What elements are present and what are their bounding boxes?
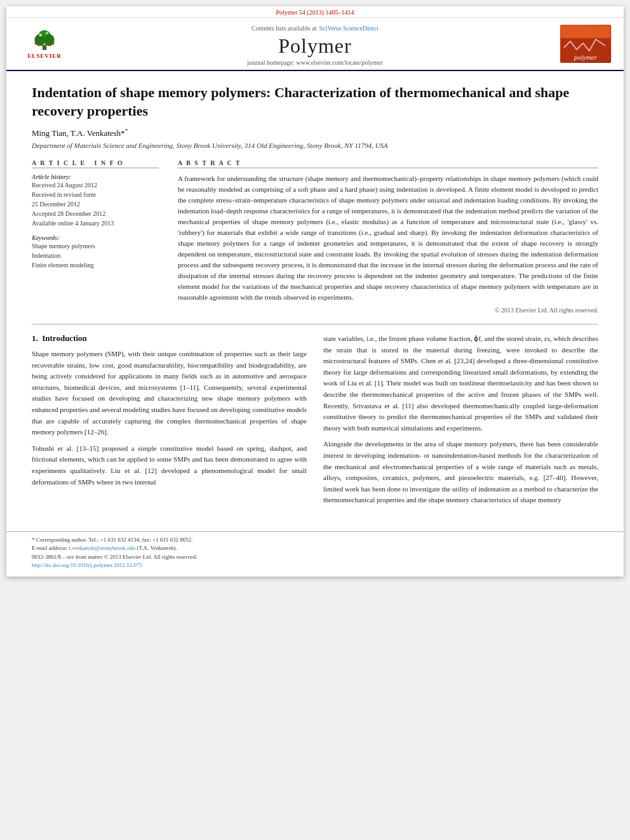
svg-point-7	[43, 43, 45, 44]
intro-paragraph-2: Tobushi et al. [13–15] proposed a simple…	[32, 443, 307, 488]
article-info-column: A R T I C L E I N F O Article history: R…	[32, 159, 159, 314]
elsevier-logo: ELSEVIER	[27, 29, 62, 59]
body-content: 1. Introduction Shape memory polymers (S…	[32, 333, 598, 511]
email-address[interactable]: t.venkatesh@stonybrook.edu	[69, 545, 135, 551]
journal-title: Polymer	[278, 34, 351, 58]
keyword-2: Indentation	[32, 251, 159, 260]
body-left-col: 1. Introduction Shape memory polymers (S…	[32, 333, 307, 511]
top-bar: Polymer 54 (2013) 1405–1414	[6, 6, 624, 18]
svg-point-6	[46, 32, 48, 34]
corresponding-author-note: * Corresponding author. Tel.: +1 631 632…	[32, 536, 598, 545]
elsevier-brand-text: ELSEVIER	[27, 53, 62, 59]
section-divider	[32, 324, 598, 324]
article-title: Indentation of shape memory polymers: Ch…	[32, 84, 598, 120]
intro-paragraph-1: Shape memory polymers (SMP), with their …	[32, 349, 307, 438]
email-line: E-mail address: t.venkatesh@stonybrook.e…	[32, 544, 598, 553]
doi-line: http://dx.doi.org/10.1016/j.polymer.2012…	[32, 561, 598, 570]
journal-header-center: Contents lists available at SciVerse Sci…	[81, 22, 549, 66]
elsevier-tree-icon	[29, 29, 60, 51]
email-label: E-mail address:	[32, 545, 67, 551]
journal-header: ELSEVIER Contents lists available at Sci…	[6, 18, 624, 71]
doi-link[interactable]: http://dx.doi.org/10.1016/j.polymer.2012…	[32, 562, 142, 568]
polymer-logo-area: polymer	[554, 22, 617, 66]
body-right-paragraph-1: state variables, i.e., the frozen phase …	[323, 333, 598, 434]
history-label: Article history:	[32, 173, 159, 180]
svg-rect-9	[561, 25, 610, 38]
polymer-logo-graphic: polymer	[561, 25, 610, 62]
svg-point-5	[39, 34, 42, 37]
contents-available-text: Contents lists available at	[251, 25, 316, 32]
intro-section-number: 1.	[32, 333, 38, 343]
received-date: Received 24 August 2012	[32, 180, 159, 190]
article-info-header: A R T I C L E I N F O	[32, 159, 159, 168]
page-footer: * Corresponding author. Tel.: +1 631 632…	[6, 531, 624, 577]
body-right-col: state variables, i.e., the frozen phase …	[323, 333, 598, 511]
accepted-date: Accepted 28 December 2012	[32, 209, 159, 218]
authors: Ming Tian, T.A. Venkatesh**	[32, 128, 598, 138]
keywords-label: Keywords:	[32, 234, 159, 241]
sciverse-link[interactable]: SciVerse ScienceDirect	[319, 25, 379, 32]
sciverse-line: Contents lists available at SciVerse Sci…	[251, 22, 379, 33]
body-right-paragraph-2: Alongside the developments in the area o…	[323, 439, 598, 506]
keywords-block: Keywords: Shape memory polymers Indentat…	[32, 234, 159, 270]
abstract-text: A framework for understanding the struct…	[178, 173, 598, 303]
affiliation: Department of Materials Science and Engi…	[32, 142, 598, 149]
abstract-column: A B S T R A C T A framework for understa…	[178, 159, 598, 314]
keyword-1: Shape memory polymers	[32, 241, 159, 251]
article-info-abstract-section: A R T I C L E I N F O Article history: R…	[32, 159, 598, 314]
polymer-logo: polymer	[560, 25, 611, 63]
article-history-block: Article history: Received 24 August 2012…	[32, 173, 159, 228]
author-names: Ming Tian, T.A. Venkatesh*	[32, 129, 125, 138]
online-date: Available online 4 January 2013	[32, 218, 159, 228]
revised-label: Received in revised form	[32, 190, 159, 199]
corresponding-marker: *	[125, 128, 128, 134]
issn-line: 0032-3861/$ – see front matter © 2013 El…	[32, 553, 598, 562]
intro-section-label: Introduction	[42, 333, 87, 343]
copyright-line: © 2013 Elsevier Ltd. All rights reserved…	[178, 307, 598, 314]
keyword-3: Finite element modeling	[32, 260, 159, 270]
journal-volume-info: Polymer 54 (2013) 1405–1414	[276, 9, 354, 16]
journal-homepage: journal homepage: www.elsevier.com/locat…	[247, 59, 383, 66]
email-suffix: (T.A. Venkatesh).	[137, 545, 177, 551]
elsevier-logo-area: ELSEVIER	[13, 22, 76, 66]
main-content: Indentation of shape memory polymers: Ch…	[6, 71, 624, 524]
page: Polymer 54 (2013) 1405–1414 ELSEVIER	[6, 6, 624, 577]
revised-date: 25 December 2012	[32, 199, 159, 209]
abstract-header: A B S T R A C T	[178, 159, 598, 168]
intro-section-title: 1. Introduction	[32, 333, 307, 343]
svg-text:polymer: polymer	[573, 53, 598, 61]
